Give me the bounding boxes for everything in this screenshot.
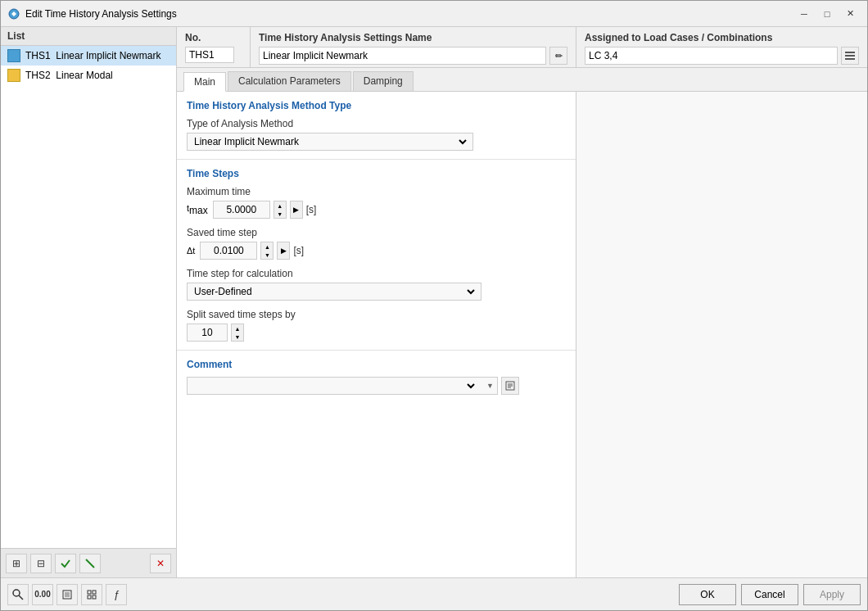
svg-rect-13 [93,591,96,594]
saved-step-label: Saved time step [187,227,566,238]
right-panel: No. Time History Analysis Settings Name … [177,27,867,577]
svg-line-9 [19,595,23,600]
apply-button[interactable]: Apply [803,584,861,605]
svg-point-8 [13,590,20,596]
no-column: No. [177,27,251,67]
type-select[interactable]: Linear Implicit Newmark Linear Modal [191,135,469,148]
right-empty-panel [576,92,867,577]
comment-select[interactable] [191,379,477,392]
name-input[interactable] [259,47,546,65]
assigned-edit-button[interactable] [841,47,859,65]
split-input[interactable] [187,324,228,342]
main-content: Time History Analysis Method Type Type o… [177,92,576,577]
confirm-button[interactable] [55,554,76,573]
max-time-label: Maximum time [187,186,566,197]
split-label: Split saved time steps by [187,309,566,320]
delta-unit: [s] [293,245,304,256]
main-window: Edit Time History Analysis Settings ─ □ … [0,0,868,611]
search-button[interactable] [7,584,29,605]
grid-button[interactable] [81,584,102,605]
tmax-arrow[interactable]: ▶ [290,201,303,219]
svg-rect-1 [845,52,855,53]
name-input-row: ✏ [259,47,567,65]
delete-button[interactable]: ✕ [150,554,171,573]
calc-select-row: User-Defined Automatic [187,283,566,301]
delta-arrow[interactable]: ▶ [277,242,290,260]
comment-section: Comment ▼ [177,351,576,403]
close-button[interactable]: ✕ [839,6,861,22]
app-icon [7,7,20,20]
split-down[interactable]: ▼ [232,333,243,341]
svg-rect-14 [88,595,91,599]
calc-select-container[interactable]: User-Defined Automatic [187,283,481,301]
svg-rect-12 [88,591,91,594]
svg-rect-3 [845,58,855,60]
comment-row: ▼ [187,377,566,395]
delta-input[interactable] [200,242,257,260]
comment-select-container[interactable]: ▼ [187,377,498,395]
tmax-label: tmax [187,203,208,216]
comment-edit-button[interactable] [501,377,519,395]
sidebar-item-ths1[interactable]: THS1 Linear Implicit Newmark [1,46,176,66]
tab-content: Time History Analysis Method Type Type o… [177,92,867,577]
window-controls: ─ □ ✕ [793,6,861,22]
sidebar-header: List [1,27,176,46]
tab-main[interactable]: Main [183,72,226,92]
minimize-button[interactable]: ─ [793,6,815,22]
delta-up[interactable]: ▲ [261,242,273,251]
split-spinner: ▲ ▼ [231,324,244,342]
sidebar-footer: ⊞ ⊟ ✕ [1,548,176,577]
split-up[interactable]: ▲ [232,324,243,333]
tab-calculation[interactable]: Calculation Parameters [228,71,351,91]
tab-bar: Main Calculation Parameters Damping [177,68,867,92]
edit-name-button[interactable]: ✏ [549,47,567,65]
main-area: List THS1 Linear Implicit Newmark THS2 L… [1,27,867,577]
item-icon-blue [7,49,20,62]
number-button[interactable]: 0.00 [32,584,53,605]
item-icon-yellow [7,69,20,82]
tmax-unit: [s] [306,204,317,215]
time-steps-section: Time Steps Maximum time tmax ▲ ▼ ▶ [177,160,576,351]
cross-button[interactable] [79,554,101,573]
calc-select[interactable]: User-Defined Automatic [191,285,477,298]
tmax-row: tmax ▲ ▼ ▶ [s] [187,201,566,219]
formula-button[interactable]: ƒ [106,584,127,605]
sidebar-item-ths2[interactable]: THS2 Linear Modal [1,66,176,85]
name-label: Time History Analysis Settings Name [259,32,567,43]
header-row: No. Time History Analysis Settings Name … [177,27,867,68]
ok-button[interactable]: OK [679,584,736,605]
sidebar-item-label: THS2 Linear Modal [25,70,113,81]
type-label: Type of Analysis Method [187,118,566,129]
cancel-button[interactable]: Cancel [741,584,798,605]
delta-down[interactable]: ▼ [261,251,273,259]
title-bar: Edit Time History Analysis Settings ─ □ … [1,1,867,27]
sidebar: List THS1 Linear Implicit Newmark THS2 L… [1,27,177,577]
content-area: List THS1 Linear Implicit Newmark THS2 L… [1,27,867,610]
split-row: ▲ ▼ [187,324,566,342]
bottom-bar: 0.00 ƒ OK Cancel Apply [1,577,867,610]
calc-step-label: Time step for calculation [187,268,566,279]
maximize-button[interactable]: □ [816,6,838,22]
assigned-label: Assigned to Load Cases / Combinations [585,32,859,43]
add-item-button[interactable]: ⊞ [6,554,27,573]
assigned-input[interactable] [585,47,838,65]
svg-rect-15 [93,595,96,599]
tmax-sub: max [189,205,208,216]
sidebar-item-label: THS1 Linear Implicit Newmark [25,50,160,61]
name-column: Time History Analysis Settings Name ✏ [251,27,576,67]
duplicate-button[interactable]: ⊟ [30,554,52,573]
delta-label: Δt [187,246,195,256]
tab-damping[interactable]: Damping [353,71,414,91]
window-title: Edit Time History Analysis Settings [25,8,789,20]
tmax-input[interactable] [213,201,270,219]
view-button[interactable] [57,584,78,605]
tmax-up[interactable]: ▲ [274,201,286,210]
no-input[interactable] [185,47,234,63]
time-steps-title: Time Steps [187,168,566,179]
type-select-container[interactable]: Linear Implicit Newmark Linear Modal [187,133,473,151]
tmax-down[interactable]: ▼ [274,210,286,218]
bottom-tools: 0.00 ƒ [7,584,127,605]
svg-rect-11 [65,592,70,597]
delta-row: Δt ▲ ▼ ▶ [s] [187,242,566,260]
assigned-input-row [585,47,859,65]
